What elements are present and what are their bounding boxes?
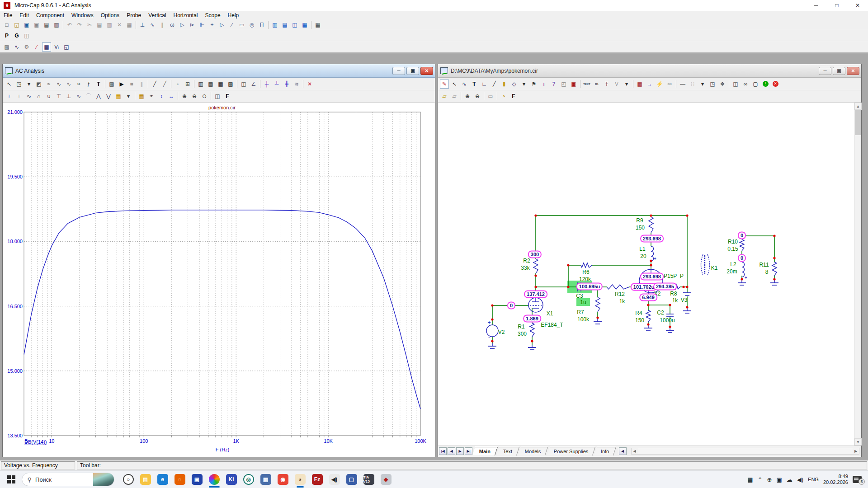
menu-options[interactable]: Options — [97, 12, 123, 19]
wire-pencil-icon[interactable]: ✎ — [440, 80, 449, 89]
component-label[interactable]: + — [654, 256, 656, 261]
component-label[interactable]: R1 — [518, 324, 524, 330]
grid-gold-icon[interactable]: ▦ — [137, 92, 146, 101]
grid-icon[interactable]: ⊞ — [183, 80, 192, 89]
plot-page-icon[interactable]: ◱ — [62, 42, 71, 52]
properties-icon[interactable]: ▩ — [107, 80, 116, 89]
tab-power-supplies[interactable]: Power Supplies — [547, 447, 596, 455]
hscroll-right-icon[interactable]: ▶ — [853, 448, 859, 454]
wave-valley-icon[interactable]: ∪ — [44, 92, 53, 101]
hatch-horizontal-icon[interactable]: ▤ — [206, 80, 215, 89]
overlap-icon[interactable]: ▦ — [300, 20, 309, 29]
zoom-in-icon[interactable]: ⊕ — [463, 92, 472, 101]
delete-icon[interactable]: ✕ — [115, 20, 124, 29]
taskbar-firefox-icon[interactable]: ◌ — [171, 471, 189, 488]
window-split-icon[interactable]: ◫ — [239, 80, 248, 89]
component-label[interactable]: 120k — [579, 276, 591, 282]
wave-high-icon[interactable]: ⊤ — [54, 92, 63, 101]
component-label[interactable]: 20 — [640, 253, 646, 259]
clock-icon[interactable]: ◔ — [499, 92, 508, 101]
waves-icon[interactable]: ≋ — [292, 80, 301, 89]
pulse-source-icon[interactable]: Π — [257, 20, 266, 29]
dropdown-icon[interactable]: ▾ — [622, 80, 631, 89]
component-label[interactable]: 1000u — [660, 317, 675, 324]
scroll-down-icon[interactable]: ▼ — [854, 438, 862, 446]
format-F-icon[interactable]: F — [509, 92, 518, 101]
on-state-icon[interactable]: ON — [665, 80, 674, 89]
redo-icon[interactable]: ↷ — [75, 20, 84, 29]
line-icon[interactable]: ╱ — [490, 80, 499, 89]
cursor-left-icon[interactable]: ┼ — [262, 80, 271, 89]
taskbar-edge-icon[interactable]: e — [154, 471, 171, 488]
copy-icon[interactable]: ▤ — [95, 20, 104, 29]
exit-analysis-icon[interactable]: ✕ — [305, 80, 314, 89]
part-picker-icon[interactable]: ◇ — [509, 80, 519, 89]
component-info-icon[interactable]: ◰ — [559, 80, 568, 89]
wave-gmin-icon[interactable]: ⋁ — [104, 92, 113, 101]
sine-source-icon[interactable]: ◎ — [247, 20, 256, 29]
cursor-box-icon[interactable]: ❖ — [718, 80, 727, 89]
tray-chevron-icon[interactable]: ⌃ — [758, 476, 763, 483]
component-label[interactable]: L1 — [639, 246, 645, 252]
tile-horizontal-icon[interactable]: ▤ — [280, 20, 289, 29]
notification-icon[interactable]: 5 — [853, 476, 862, 483]
animate-icon[interactable]: ⚙ — [22, 42, 31, 52]
border-icon[interactable]: ◳ — [708, 80, 717, 89]
taskbar-microcap-file-icon[interactable]: ▣ — [189, 471, 206, 488]
vip-icon[interactable]: V — [612, 80, 621, 89]
dropdown-icon[interactable]: ▾ — [124, 92, 133, 101]
ground-icon[interactable]: ⊥ — [138, 20, 147, 29]
camera-icon[interactable]: ▣ — [776, 476, 782, 483]
close-icon[interactable]: ✕ — [847, 0, 868, 11]
wave-inflection-icon[interactable]: ∿ — [74, 92, 83, 101]
cursor-measure-icon[interactable]: + — [14, 92, 24, 101]
macro-icon[interactable]: ▭ — [237, 20, 246, 29]
cut-icon[interactable]: ✂ — [85, 20, 94, 29]
cursor-both-icon[interactable]: ╋ — [282, 80, 291, 89]
tag-P-icon[interactable]: 'P' — [147, 92, 156, 101]
cascade-icon[interactable]: ◫ — [290, 20, 299, 29]
cursor-crosshair-icon[interactable]: + — [5, 92, 14, 101]
component-label[interactable]: R4 — [635, 310, 642, 316]
component-label[interactable]: K1 — [711, 265, 718, 271]
dropdown-icon[interactable]: ▾ — [24, 80, 33, 89]
menu-probe[interactable]: Probe — [123, 12, 145, 19]
wire-icon[interactable]: ∟ — [480, 80, 489, 89]
minimize-icon[interactable]: ─ — [806, 0, 826, 11]
copy-region-icon[interactable]: ▱ — [450, 92, 459, 101]
taskbar-explorer-icon[interactable]: ▤ — [137, 471, 154, 488]
taskbar-microcap-icon[interactable] — [206, 471, 223, 488]
component-label[interactable]: 0.15 — [727, 246, 738, 252]
tile-vertical-icon[interactable]: ▥ — [270, 20, 279, 29]
menu-scope[interactable]: Scope — [202, 12, 224, 19]
select-arrow-icon[interactable]: ↖ — [5, 80, 14, 89]
new-icon[interactable]: □ — [2, 20, 11, 29]
component-label[interactable]: R2 — [523, 258, 530, 264]
transistor-icon[interactable]: ⊳ — [188, 20, 197, 29]
component-label[interactable]: V2 — [498, 329, 505, 335]
hatch-vertical-icon[interactable]: ▥ — [196, 80, 205, 89]
wave-peak-icon[interactable]: ∩ — [34, 92, 43, 101]
scrollbar-thumb[interactable] — [855, 110, 861, 135]
component-palette-icon[interactable]: ▦ — [313, 20, 322, 29]
select-region-icon[interactable]: ▫ — [173, 80, 182, 89]
clock[interactable]: 8:49 20.02.2026 — [823, 474, 848, 485]
ac-window-titlebar[interactable]: AC Analysis ─ ▣ ✕ — [3, 64, 435, 78]
schematic-canvas[interactable]: R233kR1300V2X1EF184_TR6120kC31uR7100kR12… — [438, 103, 854, 446]
current-direction-icon[interactable]: → — [645, 80, 654, 89]
taskbar-chrome-icon[interactable]: ◉ — [274, 471, 292, 488]
box-tool-icon[interactable]: ▭ — [486, 92, 495, 101]
tab-models[interactable]: Models — [518, 447, 548, 455]
component-label[interactable]: C3 — [576, 293, 583, 299]
diode-icon[interactable]: ▷ — [178, 20, 187, 29]
text-icon[interactable]: TEXT — [582, 80, 591, 89]
component-label[interactable]: 33k — [521, 265, 529, 271]
binoculars-icon[interactable]: ∞ — [741, 80, 750, 89]
component-icon[interactable]: ∿ — [460, 80, 469, 89]
wave-top-icon[interactable]: ⌒ — [84, 92, 93, 101]
mosfet-icon[interactable]: ⊩ — [198, 20, 207, 29]
taskbar-paint-icon[interactable]: ◕ — [292, 471, 309, 488]
zoom-auto-icon[interactable]: ⊜ — [200, 92, 209, 101]
menu-file[interactable]: File — [0, 12, 16, 19]
taskbar-tia-portal-icon[interactable]: TIA V15 — [360, 471, 377, 488]
